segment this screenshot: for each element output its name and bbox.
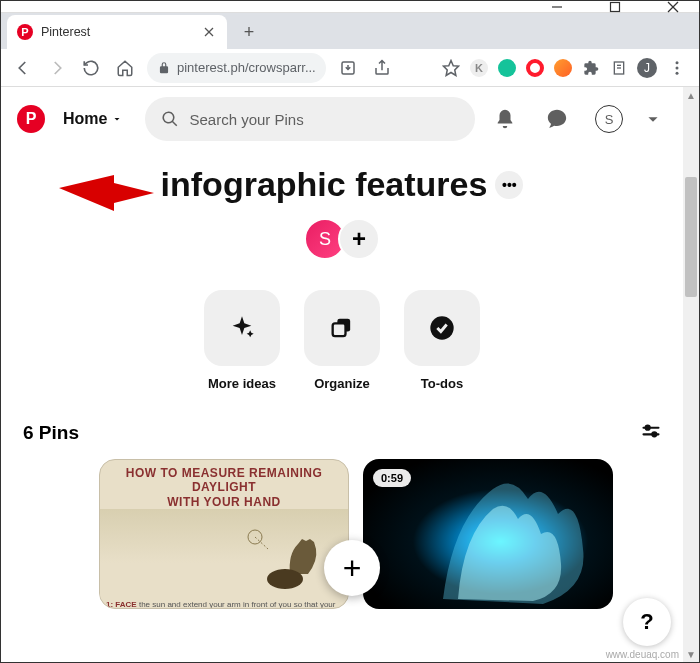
window-maximize-button[interactable] xyxy=(597,1,633,13)
reload-button[interactable] xyxy=(75,52,107,84)
home-label: Home xyxy=(63,110,107,128)
search-bar[interactable]: Search your Pins xyxy=(145,97,475,141)
scrollbar[interactable]: ▲ ▼ xyxy=(683,87,699,662)
extension-icon-grammarly[interactable] xyxy=(493,54,521,82)
pins-count: 6 Pins xyxy=(23,422,79,444)
add-collaborator-button[interactable]: + xyxy=(338,218,380,260)
board-tools: More ideas Organize To-dos xyxy=(1,290,683,391)
pinterest-favicon: P xyxy=(17,24,33,40)
notifications-button[interactable] xyxy=(483,97,527,141)
browser-tabstrip: P Pinterest + xyxy=(1,13,699,49)
svg-point-12 xyxy=(676,66,679,69)
svg-marker-7 xyxy=(444,60,459,75)
share-icon[interactable] xyxy=(366,52,398,84)
bookmark-star-icon[interactable] xyxy=(437,54,465,82)
account-button[interactable]: S xyxy=(587,97,631,141)
pin-caption: 1: FACE the sun and extend your arm in f… xyxy=(100,599,348,609)
watermark: www.deuaq.com xyxy=(606,649,679,660)
svg-marker-14 xyxy=(59,175,154,211)
svg-point-20 xyxy=(646,426,650,430)
more-ideas-label: More ideas xyxy=(208,376,276,391)
browser-menu-button[interactable] xyxy=(661,52,693,84)
messages-button[interactable] xyxy=(535,97,579,141)
tab-close-button[interactable] xyxy=(201,24,217,40)
organize-tile[interactable]: Organize xyxy=(304,290,380,391)
pinterest-logo[interactable]: P xyxy=(17,105,45,133)
extension-icon-opera[interactable] xyxy=(521,54,549,82)
todos-tile[interactable]: To-dos xyxy=(404,290,480,391)
install-app-icon[interactable] xyxy=(332,52,364,84)
window-close-button[interactable] xyxy=(655,1,691,13)
svg-point-13 xyxy=(676,71,679,74)
extension-icon-similarweb[interactable] xyxy=(549,54,577,82)
pin-item[interactable]: 0:59 xyxy=(363,459,613,609)
board-title: infographic features xyxy=(161,165,488,204)
organize-icon xyxy=(328,314,356,342)
svg-rect-1 xyxy=(611,2,620,11)
annotation-arrow xyxy=(59,173,154,213)
help-button[interactable]: ? xyxy=(623,598,671,646)
new-tab-button[interactable]: + xyxy=(235,18,263,46)
add-pin-fab[interactable]: + xyxy=(324,540,380,596)
lock-icon xyxy=(157,61,171,75)
browser-toolbar: pinterest.ph/crowsparr... K J xyxy=(1,49,699,87)
account-chevron[interactable] xyxy=(639,97,667,141)
pins-header: 6 Pins xyxy=(1,421,683,445)
scroll-down-arrow[interactable]: ▼ xyxy=(683,646,699,662)
profile-avatar[interactable]: J xyxy=(633,54,661,82)
extensions-menu-icon[interactable] xyxy=(577,54,605,82)
reading-list-icon[interactable] xyxy=(605,54,633,82)
page-content: ▲ ▼ P Home Search your Pins S xyxy=(1,87,699,662)
browser-tab[interactable]: P Pinterest xyxy=(7,15,227,49)
pin-grid: HOW TO MEASURE REMAINING DAYLIGHT WITH Y… xyxy=(1,445,683,609)
check-circle-icon xyxy=(428,314,456,342)
scrollbar-thumb[interactable] xyxy=(685,177,697,297)
url-bar[interactable]: pinterest.ph/crowsparr... xyxy=(147,53,326,83)
sparkle-icon xyxy=(228,314,256,342)
forward-button[interactable] xyxy=(41,52,73,84)
pin-item[interactable]: HOW TO MEASURE REMAINING DAYLIGHT WITH Y… xyxy=(99,459,349,609)
board-header: infographic features ••• S + xyxy=(1,151,683,260)
chevron-down-icon xyxy=(642,108,664,130)
window-minimize-button[interactable] xyxy=(539,1,575,13)
organize-label: Organize xyxy=(314,376,370,391)
home-dropdown[interactable]: Home xyxy=(63,110,123,128)
svg-rect-16 xyxy=(333,323,346,336)
svg-point-21 xyxy=(652,432,656,436)
url-text: pinterest.ph/crowsparr... xyxy=(177,60,316,75)
window-titlebar xyxy=(1,1,699,13)
board-more-button[interactable]: ••• xyxy=(495,171,523,199)
svg-point-11 xyxy=(676,61,679,64)
pin-image-title: HOW TO MEASURE REMAINING DAYLIGHT WITH Y… xyxy=(100,460,348,509)
svg-point-23 xyxy=(267,569,303,589)
help-label: ? xyxy=(640,609,653,635)
search-placeholder: Search your Pins xyxy=(189,111,303,128)
more-ideas-tile[interactable]: More ideas xyxy=(204,290,280,391)
back-button[interactable] xyxy=(7,52,39,84)
home-button[interactable] xyxy=(109,52,141,84)
tab-title: Pinterest xyxy=(41,25,193,39)
search-icon xyxy=(161,110,179,128)
pinterest-header: P Home Search your Pins S xyxy=(1,87,683,151)
chevron-down-icon xyxy=(111,113,123,125)
todos-label: To-dos xyxy=(421,376,463,391)
extension-icon-k[interactable]: K xyxy=(465,54,493,82)
scroll-up-arrow[interactable]: ▲ xyxy=(683,87,699,103)
filter-button[interactable] xyxy=(641,421,661,445)
